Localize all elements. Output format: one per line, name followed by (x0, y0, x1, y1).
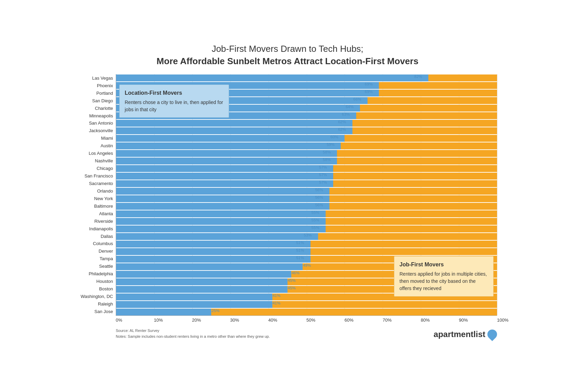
y-axis-label: Phoenix (78, 82, 116, 89)
y-axis-label: Dallas (78, 232, 116, 240)
y-axis-label: Boston (78, 285, 116, 293)
bar-orange (360, 105, 497, 112)
logo-text: apartmentlist (433, 330, 485, 339)
bar-pct-label: 56% (314, 195, 324, 199)
bar-blue (116, 218, 326, 225)
y-axis-label: San Francisco (78, 172, 116, 180)
bar-row: 59% (116, 142, 497, 150)
bar-row: 57% (116, 165, 497, 172)
notes-text: Notes: Sample includes non-student rente… (116, 334, 270, 339)
legend-job: Job-First Movers Renters applied for job… (394, 256, 494, 297)
bar-pct-label: 58% (322, 150, 332, 154)
bar-pct-label: 60% (329, 135, 339, 139)
legend-location: Location-First Movers Renters chose a ci… (119, 84, 229, 118)
bar-orange (337, 150, 497, 157)
bar-row: 82% (116, 74, 497, 82)
bar-orange (211, 309, 497, 315)
bar-orange (428, 74, 497, 81)
y-axis-label: Houston (78, 278, 116, 285)
bar-blue (116, 233, 318, 240)
bar-blue (116, 210, 326, 217)
bar-row: 56% (116, 203, 497, 210)
legend-job-title: Job-First Movers (399, 261, 488, 269)
legend-location-title: Location-First Movers (125, 89, 224, 97)
bar-pct-label: 63% (341, 112, 351, 116)
y-axis-label: Miami (78, 135, 116, 142)
y-axis-label: Chicago (78, 165, 116, 172)
bar-orange (333, 173, 497, 180)
source-text: Source: AL Renter Survey (116, 328, 270, 334)
bar-orange (356, 112, 497, 119)
y-axis-label: New York (78, 195, 116, 202)
bar-blue (116, 256, 311, 263)
y-axis-label: Indianapolis (78, 225, 116, 232)
bar-orange (311, 241, 497, 247)
bar-blue (116, 135, 345, 142)
bar-pct-label: 64% (345, 105, 354, 109)
bar-pct-label: 41% (271, 301, 281, 305)
y-axis-label: Sacramento (78, 180, 116, 187)
bar-pct-label: 53% (303, 233, 313, 237)
bar-pct-label: 49% (302, 263, 312, 267)
x-axis: 0%10%20%30%40%50%60%70%80%90%100% (116, 316, 497, 323)
bar-pct-label: 45% (287, 278, 297, 283)
footer-logo: apartmentlist (433, 330, 497, 339)
bar-pct-label: 51% (295, 248, 305, 252)
y-axis-label: San Antonio (78, 119, 116, 127)
bar-row: 56% (116, 195, 497, 203)
bar-blue (116, 188, 329, 195)
bar-pct-label: 51% (295, 256, 305, 260)
bar-row: 62% (116, 127, 497, 135)
bar-blue (116, 195, 329, 202)
bar-row: 58% (116, 157, 497, 165)
bar-orange (272, 301, 497, 308)
bar-orange (329, 195, 497, 202)
title-line1: Job-First Movers Drawn to Tech Hubs; (212, 44, 363, 54)
grid-line (497, 74, 497, 315)
y-axis-label: Charlotte (78, 104, 116, 112)
bar-row: 58% (116, 150, 497, 157)
y-axis-label: San Jose (78, 308, 116, 315)
bar-orange (326, 226, 497, 232)
y-axis-label: San Diego (78, 97, 116, 104)
y-axis-label: Denver (78, 247, 116, 255)
bar-blue (116, 203, 329, 210)
bar-row: 25% (116, 308, 497, 316)
legend-job-text: Renters applied for jobs in multiple cit… (399, 270, 488, 292)
bar-pct-label: 56% (314, 188, 324, 192)
bar-pct-label: 57% (318, 173, 328, 177)
bar-orange (337, 158, 497, 164)
bar-blue (116, 271, 291, 278)
bar-pct-label: 59% (326, 142, 336, 147)
title-line2: More Affordable Sunbelt Metros Attract L… (157, 56, 418, 66)
chart-body: Las VegasPhoenixPortlandSan DiegoCharlot… (78, 74, 497, 316)
chart-container: Job-First Movers Drawn to Tech Hubs; Mor… (64, 32, 511, 360)
bar-pct-label: 46% (291, 271, 301, 275)
bar-orange (329, 203, 497, 210)
bar-pct-label: 55% (311, 210, 320, 215)
bar-row: 51% (116, 240, 497, 248)
legend-location-text: Renters chose a city to live in, then ap… (125, 99, 224, 113)
y-axis-label: Tampa (78, 255, 116, 263)
bar-orange (333, 165, 497, 172)
bar-pct-label: 57% (318, 165, 328, 169)
bar-pct-label: 69% (364, 90, 374, 94)
bar-orange (352, 127, 497, 134)
y-axis-label: Nashville (78, 157, 116, 165)
bar-pct-label: 58% (322, 158, 332, 162)
bar-blue (116, 180, 333, 187)
bar-blue (116, 248, 311, 255)
bar-pct-label: 69% (364, 82, 374, 86)
bar-orange (326, 210, 497, 217)
bar-row: 55% (116, 210, 497, 218)
bar-row: 62% (116, 119, 497, 127)
bar-pct-label: 62% (337, 120, 347, 124)
footer-source: Source: AL Renter Survey Notes: Sample i… (116, 328, 270, 339)
bar-blue (116, 309, 211, 315)
bar-blue (116, 165, 333, 172)
bar-blue (116, 120, 352, 127)
bar-row: 41% (116, 301, 497, 308)
logo-icon (485, 328, 499, 342)
bar-pct-label: 56% (314, 203, 324, 207)
bar-blue (116, 127, 352, 134)
